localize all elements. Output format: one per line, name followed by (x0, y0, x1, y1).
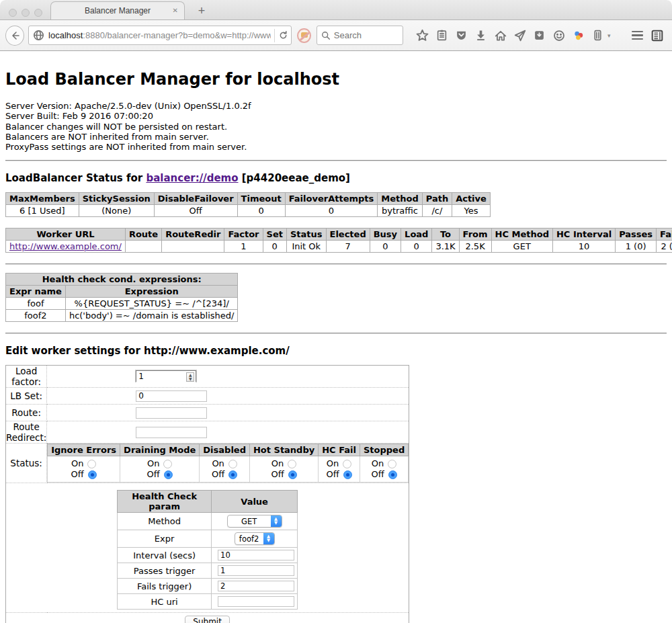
hc-expr-select[interactable]: foof2 ▲▼ (235, 532, 275, 545)
heading-suffix: [p4420eeae_demo] (239, 172, 350, 184)
container-icon[interactable] (588, 26, 607, 46)
draining-mode-off-radio[interactable] (164, 470, 173, 479)
col-hc-param: Health Check param (118, 491, 212, 513)
health-check-expressions-table: Health check cond. expressions: Expr nam… (5, 273, 238, 322)
browser-window: Balancer Manager ✕ + localhost:8880/bala… (0, 0, 672, 623)
adblock-disabled-icon[interactable] (297, 28, 311, 43)
proxypass-note-line: ProxyPass settings are NOT inherited fro… (5, 142, 667, 152)
titlebar: Balancer Manager ✕ + (0, 0, 672, 20)
col-hot-standby: Hot Standby (249, 444, 318, 456)
new-tab-button[interactable]: + (194, 4, 210, 18)
lb-set-label: LB Set: (6, 388, 47, 405)
table-row: foof2 hc('body') =~ /domain is establish… (6, 310, 238, 322)
route-label: Route: (6, 405, 47, 421)
persist-note-line: Balancer changes will NOT be persisted o… (5, 122, 667, 132)
chevron-down-icon[interactable]: ▾ (607, 32, 616, 39)
col-active: Active (452, 193, 491, 205)
col-path: Path (422, 193, 452, 205)
col-maxmembers: MaxMembers (6, 193, 79, 205)
globe-icon (33, 30, 44, 41)
pocket-icon[interactable] (452, 26, 471, 46)
stopped-off-radio[interactable] (388, 470, 397, 479)
url-bar[interactable]: localhost:8880/balancer-manager?b=demo&w… (28, 26, 292, 45)
zoom-window-button[interactable] (34, 9, 42, 17)
hc-passes-input[interactable] (218, 565, 294, 576)
hc-interval-input[interactable] (218, 550, 294, 560)
col-stopped: Stopped (360, 444, 408, 456)
feedback-smiley-icon[interactable] (549, 26, 569, 46)
search-input[interactable] (334, 30, 398, 40)
disabled-on-radio[interactable] (228, 460, 237, 468)
number-spinner[interactable]: ▲▼ (186, 372, 194, 382)
col-disabled: Disabled (200, 444, 250, 456)
reload-icon[interactable] (278, 30, 288, 40)
col-timeout: Timeout (237, 193, 285, 205)
hc-fail-on-radio[interactable] (343, 460, 351, 468)
send-tab-icon[interactable] (510, 26, 530, 46)
col-ignore-errors: Ignore Errors (48, 444, 120, 456)
hot-standby-off-radio[interactable] (288, 470, 297, 479)
load-factor-label: Load factor: (6, 366, 47, 388)
load-factor-input-wrap: ▲▼ (136, 370, 196, 382)
col-disablefailover: DisableFailover (154, 193, 237, 205)
reading-list-icon[interactable] (432, 26, 452, 46)
col-stickysession: StickySession (79, 193, 154, 205)
bookmark-star-icon[interactable] (413, 26, 432, 46)
search-icon (321, 31, 331, 40)
col-method: Method (378, 193, 422, 205)
window-controls (9, 9, 42, 17)
page-content: Load Balancer Manager for localhost Serv… (0, 51, 672, 623)
edit-worker-form: Load factor: ▲▼ LB Set: Route: Route Red… (5, 365, 409, 623)
menu-hamburger-icon[interactable] (628, 26, 647, 46)
tab-balancer-manager[interactable]: Balancer Manager ✕ (50, 1, 185, 19)
toolbar-icons: ▾ (413, 26, 667, 46)
inherit-note-line: Balancers are NOT inherited from main se… (5, 132, 667, 142)
ignore-errors-on-radio[interactable] (87, 460, 96, 468)
hc-method-select[interactable]: GET ▲▼ (227, 515, 282, 528)
worker-url-link[interactable]: http://www.example.com/ (9, 241, 122, 251)
submit-button[interactable]: Submit (185, 616, 230, 623)
table-row: foof %{REQUEST_STATUS} =~ /^[234]/ (6, 298, 238, 310)
lb-set-input[interactable] (136, 390, 207, 402)
hot-standby-on-radio[interactable] (288, 460, 296, 468)
close-window-button[interactable] (9, 9, 17, 17)
status-radios-table: Ignore Errors Draining Mode Disabled Hot… (47, 444, 409, 483)
col-failoverattempts: FailoverAttempts (285, 193, 378, 205)
hc-fails-input[interactable] (218, 581, 294, 591)
balancer-status-table: MaxMembers StickySession DisableFailover… (5, 192, 491, 217)
url-input[interactable]: localhost:8880/balancer-manager?b=demo&w… (48, 30, 271, 40)
home-icon[interactable] (491, 26, 510, 46)
back-button[interactable] (5, 26, 24, 46)
col-worker-url: Worker URL (6, 229, 126, 241)
health-check-params-table: Health Check param Value Method GET ▲▼ (117, 490, 298, 610)
worker-status-table: Worker URL Route RouteRedir Factor Set S… (5, 228, 672, 253)
navigation-toolbar: localhost:8880/balancer-manager?b=demo&w… (0, 20, 672, 51)
tab-close-icon[interactable]: ✕ (173, 7, 178, 14)
heading-prefix: LoadBalancer Status for (5, 172, 146, 184)
hc-fail-off-radio[interactable] (343, 470, 352, 479)
url-path-text: :8880/balancer-manager?b=demo&w=http://w… (83, 30, 271, 40)
search-bar[interactable] (317, 26, 403, 45)
balancer-demo-link[interactable]: balancer://demo (146, 172, 238, 184)
server-version-line: Server Version: Apache/2.5.0-dev (Unix) … (5, 101, 667, 111)
back-arrow-icon (9, 30, 20, 41)
ignore-errors-off-radio[interactable] (88, 470, 97, 479)
hc-uri-input[interactable] (218, 596, 294, 607)
urlbar-divider (274, 29, 275, 42)
table-row: 6 [1 Used] (None) Off 0 0 bytraffic /c/ … (6, 205, 491, 217)
url-host-text: localhost (48, 30, 83, 40)
route-input[interactable] (136, 407, 207, 419)
screenshot-icon[interactable] (530, 26, 549, 46)
downloads-icon[interactable] (471, 26, 491, 46)
colorful-extension-icon[interactable] (569, 26, 588, 46)
stopped-on-radio[interactable] (388, 460, 396, 468)
route-redirect-input[interactable] (136, 427, 207, 438)
page-title: Load Balancer Manager for localhost (5, 70, 667, 89)
minimize-window-button[interactable] (22, 9, 30, 17)
route-redirect-label: Route Redirect: (6, 421, 47, 444)
select-stepper-icon: ▲▼ (263, 533, 274, 544)
server-built-line: Server Built: Feb 9 2016 07:00:20 (5, 111, 667, 121)
sidebar-toggle-icon[interactable] (647, 26, 667, 46)
disabled-off-radio[interactable] (228, 470, 237, 479)
draining-mode-on-radio[interactable] (163, 460, 172, 468)
